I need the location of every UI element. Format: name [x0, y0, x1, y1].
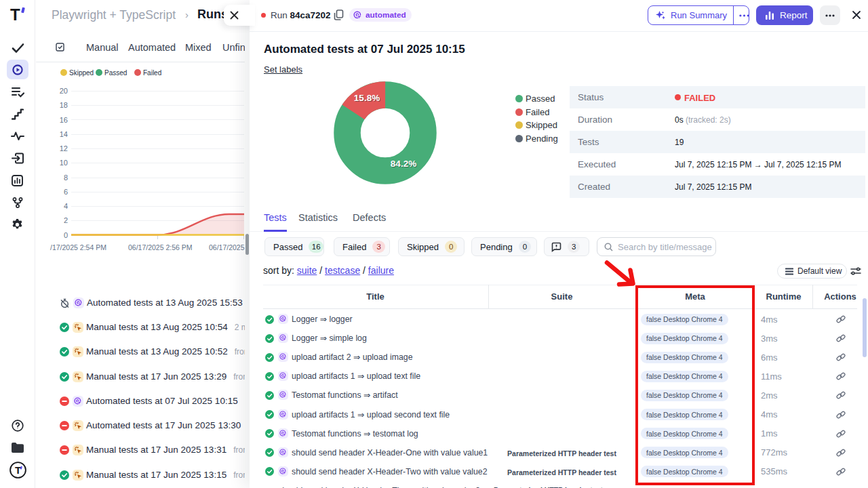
svg-text:T: T [15, 464, 21, 476]
svg-text:84.2%: 84.2% [391, 159, 416, 169]
svg-text:15.8%: 15.8% [354, 93, 380, 103]
